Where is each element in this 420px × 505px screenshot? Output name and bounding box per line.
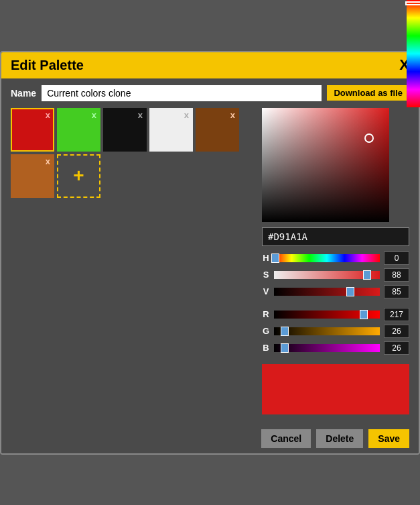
g-slider[interactable] (274, 327, 380, 335)
swatch-remove-0[interactable]: x (46, 111, 50, 119)
v-label: V (262, 286, 270, 296)
swatch-remove-2[interactable]: x (138, 111, 143, 119)
swatch-remove-1[interactable]: x (92, 111, 96, 119)
v-thumb[interactable] (346, 287, 354, 296)
h-slider[interactable] (274, 254, 380, 262)
v-slider[interactable] (274, 288, 380, 296)
b-value[interactable] (384, 341, 409, 355)
b-slider[interactable] (274, 344, 380, 352)
picker-row (262, 108, 409, 222)
hex-input-row (262, 227, 409, 246)
name-input[interactable] (42, 85, 322, 101)
swatch-1[interactable]: x (57, 108, 100, 152)
g-value[interactable] (384, 325, 409, 338)
color-gradient[interactable] (262, 108, 389, 222)
hue-bar[interactable] (407, 51, 420, 108)
name-label: Name (11, 88, 36, 99)
b-label: B (262, 343, 270, 353)
color-preview (262, 364, 409, 414)
bottom-bar: Cancel Delete Save (1, 424, 419, 453)
s-thumb[interactable] (363, 270, 371, 280)
r-label: R (262, 309, 270, 319)
s-value[interactable] (384, 268, 409, 282)
r-value[interactable] (384, 308, 409, 321)
cancel-button[interactable]: Cancel (261, 429, 311, 448)
s-label: S (262, 270, 270, 280)
right-panel: H S V (262, 108, 409, 414)
save-button[interactable]: Save (368, 429, 409, 448)
left-panel: x x x x x (11, 108, 255, 414)
swatch-remove-4[interactable]: x (230, 111, 235, 119)
h-value[interactable] (384, 251, 409, 265)
swatch-3[interactable]: x (149, 108, 193, 152)
swatches-row2: x + (11, 154, 255, 198)
v-slider-row: V (262, 285, 409, 298)
plus-icon: + (73, 165, 84, 186)
swatch-5[interactable]: x (11, 154, 54, 198)
add-swatch-button[interactable]: + (57, 154, 100, 198)
name-row: Name Download as file (1, 78, 419, 108)
b-slider-row: B (262, 341, 409, 355)
h-slider-row: H (262, 251, 409, 265)
r-slider-row: R (262, 308, 409, 321)
rgb-sliders: R G B (262, 308, 409, 356)
h-thumb[interactable] (271, 254, 279, 263)
download-button[interactable]: Download as file (327, 85, 409, 101)
edit-palette-dialog: Edit Palette X Name Download as file x x… (0, 51, 420, 455)
delete-button[interactable]: Delete (316, 429, 363, 448)
b-thumb[interactable] (281, 343, 289, 353)
v-value[interactable] (384, 285, 409, 298)
g-label: G (262, 326, 270, 336)
swatch-remove-3[interactable]: x (184, 111, 189, 119)
title-bar: Edit Palette X (1, 52, 419, 78)
hue-bar-container (407, 51, 420, 115)
hsv-sliders: H S V (262, 251, 409, 300)
swatch-2[interactable]: x (103, 108, 147, 152)
main-content: x x x x x (1, 108, 419, 424)
h-label: H (262, 253, 270, 263)
swatches-grid: x x x x x (11, 108, 255, 152)
gradient-cursor (364, 133, 374, 143)
r-thumb[interactable] (360, 310, 368, 319)
g-slider-row: G (262, 325, 409, 338)
s-slider[interactable] (274, 271, 380, 279)
swatch-4[interactable]: x (196, 108, 239, 152)
dialog-title: Edit Palette (11, 58, 84, 73)
hex-input[interactable] (262, 227, 409, 246)
swatch-remove-5[interactable]: x (46, 157, 50, 166)
swatch-0[interactable]: x (11, 108, 54, 152)
r-slider[interactable] (274, 311, 380, 319)
s-slider-row: S (262, 268, 409, 282)
g-thumb[interactable] (281, 327, 289, 336)
